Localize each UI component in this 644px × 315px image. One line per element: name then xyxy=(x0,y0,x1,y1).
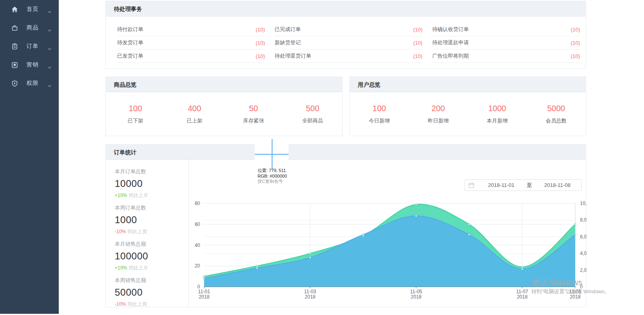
pending-task-label: 待处理退货订单 xyxy=(275,52,311,60)
pending-task-item[interactable]: 已发货订单(10) xyxy=(117,50,265,63)
data-point xyxy=(203,278,205,279)
stat-label: 今日新增 xyxy=(350,117,409,124)
right-axis-labels: 02,0004,0006,0008,00010,000 xyxy=(580,201,586,290)
pending-task-label: 已完成订单 xyxy=(275,26,301,33)
pending-task-label: 新缺货登记 xyxy=(275,39,301,46)
data-point xyxy=(468,234,470,235)
blue-area-fill xyxy=(204,216,575,287)
order-stat-value: 100000 xyxy=(115,251,188,262)
delta-compare-label: 同比上周 xyxy=(128,229,147,234)
overview-stat: 5000会员总数 xyxy=(527,104,586,124)
left-axis-labels: 020406080 xyxy=(195,201,200,290)
order-statistics-panel: 订单统计 本月订单总数10000+10%同比上月本周订单总数1000-10%同比… xyxy=(105,144,586,307)
pending-task-label: 待付款订单 xyxy=(117,26,143,33)
order-stat-delta: -10%同比上周 xyxy=(115,301,188,308)
data-point xyxy=(415,203,417,205)
pending-tasks-grid: 待付款订单(10)已完成订单(10)待确认收货订单(10)待发货订单(10)新缺… xyxy=(106,17,586,63)
overview-stat: 100已下架 xyxy=(106,104,165,124)
product-icon xyxy=(11,24,18,31)
stat-value: 500 xyxy=(283,104,342,113)
pending-task-item[interactable]: 新缺货登记(10) xyxy=(275,36,422,50)
order-icon xyxy=(11,43,18,50)
order-stat-label: 本月订单总数 xyxy=(115,168,188,175)
pending-task-item[interactable]: 广告位即将到期(10) xyxy=(432,50,580,63)
order-stat-group: 本月订单总数10000+10%同比上月 xyxy=(115,168,188,199)
pending-task-count: (10) xyxy=(256,53,265,59)
x-axis-year-label: 2018 xyxy=(411,294,422,300)
delta-percent: -10% xyxy=(115,229,126,234)
stat-label: 本月新增 xyxy=(468,117,527,124)
data-point xyxy=(203,276,205,277)
pending-task-count: (10) xyxy=(571,27,580,33)
sidebar-item-order[interactable]: 订单 xyxy=(0,37,59,56)
product-overview-stats: 100已下架400已上架50库存紧张500全部商品 xyxy=(106,92,342,136)
sidebar-item-marketing[interactable]: 营销 xyxy=(0,56,59,74)
left-axis-tick-label: 60 xyxy=(195,222,200,227)
x-axis-year-label: 2018 xyxy=(305,294,316,300)
data-point xyxy=(362,234,364,235)
right-axis-tick-label: 2,000 xyxy=(580,267,586,273)
pending-task-item[interactable]: 待处理退货订单(10) xyxy=(275,50,422,63)
x-axis-year-label: 2018 xyxy=(517,294,528,300)
sidebar-item-product[interactable]: 商品 xyxy=(0,19,59,37)
order-stat-value: 10000 xyxy=(115,178,188,189)
delta-percent: +10% xyxy=(115,193,127,198)
windows-activation-watermark: 激活 Windows 转到“电脑设置”以激活 Windows。 xyxy=(531,278,610,295)
stat-value: 200 xyxy=(409,104,468,113)
data-point xyxy=(256,265,258,267)
pending-task-count: (10) xyxy=(413,27,423,33)
left-axis-tick-label: 80 xyxy=(195,201,200,206)
tooltip-position-line: 位置: 779, 511 xyxy=(258,168,287,174)
order-chart-svg: 02040608002,0004,0006,0008,00010,00011-0… xyxy=(189,178,586,315)
pending-task-count: (10) xyxy=(413,40,423,46)
sidebar-item-label: 权限 xyxy=(27,80,39,87)
pending-task-item[interactable]: 待付款订单(10) xyxy=(117,23,265,36)
overview-stat: 500全部商品 xyxy=(283,104,342,124)
panel-title: 订单统计 xyxy=(106,145,586,160)
user-overview-stats: 100今日新增200昨日新增1000本月新增5000会员总数 xyxy=(350,92,586,136)
order-chart: 02040608002,0004,0006,0008,00010,00011-0… xyxy=(189,178,586,315)
pending-task-item[interactable]: 待确认收货订单(10) xyxy=(432,23,580,36)
delta-percent: -10% xyxy=(115,301,126,307)
delta-compare-label: 同比上月 xyxy=(129,193,148,198)
chevron-down-icon xyxy=(47,45,52,52)
chevron-down-icon xyxy=(47,82,52,89)
order-stat-group: 本周销售总额50000-10%同比上周 xyxy=(115,277,188,308)
product-overview-panel: 商品总览 100已下架400已上架50库存紧张500全部商品 xyxy=(105,77,343,136)
pending-task-item[interactable]: 已完成订单(10) xyxy=(275,23,422,36)
pending-task-count: (10) xyxy=(256,40,265,46)
sidebar-item-permission[interactable]: 权限 xyxy=(0,74,59,93)
pending-task-item[interactable]: 待处理退款申请(10) xyxy=(432,36,580,50)
sidebar-item-label: 订单 xyxy=(27,43,39,50)
order-stat-group: 本周订单总数1000-10%同比上周 xyxy=(115,204,188,235)
data-point xyxy=(521,266,523,268)
order-stat-value: 1000 xyxy=(115,214,188,226)
order-stat-value: 50000 xyxy=(115,287,188,298)
order-stat-group: 本月销售总额100000+10%同比上月 xyxy=(115,240,188,271)
pending-task-item[interactable]: 待发货订单(10) xyxy=(117,36,265,50)
tooltip-hint-line: 按C复制色号 xyxy=(258,179,287,184)
data-point xyxy=(468,224,470,225)
pending-task-label: 待确认收货订单 xyxy=(432,26,469,33)
x-axis-labels: 11-01201811-03201811-05201811-07201811-0… xyxy=(198,289,581,300)
order-stat-label: 本周销售总额 xyxy=(115,277,188,284)
panel-title: 商品总览 xyxy=(106,77,342,92)
pending-task-label: 广告位即将到期 xyxy=(432,52,469,60)
order-stat-delta: +10%同比上月 xyxy=(115,265,188,271)
sidebar-item-home[interactable]: 首页 xyxy=(0,0,59,19)
right-axis-tick-label: 10,000 xyxy=(580,201,586,206)
pending-task-label: 待处理退款申请 xyxy=(432,39,469,46)
delta-compare-label: 同比上月 xyxy=(129,265,148,271)
stat-label: 已下架 xyxy=(106,117,165,124)
stat-value: 100 xyxy=(106,104,165,113)
data-point xyxy=(574,234,576,235)
left-axis-tick-label: 40 xyxy=(195,242,200,248)
x-axis-tick-label: 11-03 xyxy=(304,289,316,294)
stat-label: 全部商品 xyxy=(283,117,342,124)
stat-label: 会员总数 xyxy=(527,117,586,124)
sidebar-item-label: 首页 xyxy=(27,6,39,13)
delta-compare-label: 同比上周 xyxy=(128,301,147,307)
pending-task-label: 已发货订单 xyxy=(117,52,143,60)
pending-task-count: (10) xyxy=(571,53,580,59)
overview-stat: 400已上架 xyxy=(165,104,224,124)
